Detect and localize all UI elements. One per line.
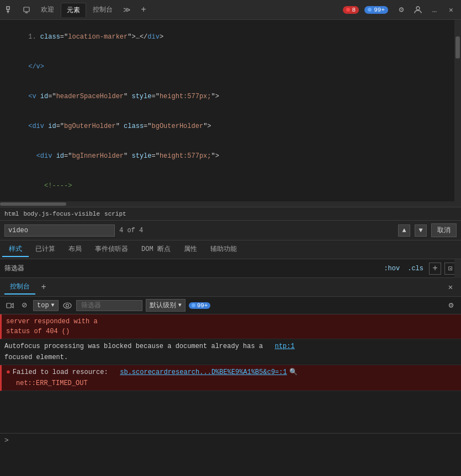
filter-hov-button[interactable]: :hov (381, 264, 402, 274)
breadcrumb-bar: html body.js-focus-visible script (0, 207, 461, 221)
svg-rect-4 (25, 12, 28, 13)
console-stop-icon[interactable]: ⊘ (19, 300, 30, 311)
user-icon[interactable] (410, 2, 426, 18)
message-badge[interactable]: 99+ (364, 6, 388, 14)
console-error-text-404: server responded with astatus of 404 () (6, 317, 98, 336)
console-tab-console[interactable]: 控制台 (4, 280, 35, 295)
console-message-autofocus: Autofocus processing was blocked because… (0, 339, 461, 365)
console-input-bar: > (0, 433, 461, 447)
console-autofocus-link[interactable]: ntp:1 (275, 341, 295, 351)
console-tab-bar: 控制台 + ✕ (0, 278, 461, 297)
dom-scrollbar-y-thumb (455, 36, 460, 58)
tab-welcome[interactable]: 欢迎 (35, 3, 60, 17)
error-badge[interactable]: 8 (343, 6, 359, 14)
console-gear-icon[interactable]: ⚙ (446, 300, 457, 311)
dropdown-arrow-icon: ▼ (51, 302, 55, 308)
dom-tree[interactable]: 1. class="location-marker">…</div> </v> … (0, 20, 461, 207)
console-toolbar: ⊘ top ▼ 默认级别 ▼ 99+ ⚙ (0, 297, 461, 314)
console-prompt: > (4, 436, 9, 445)
filter-bar: 筛选器 :hov .cls + ⊡ (0, 259, 461, 278)
top-tab-bar: 欢迎 元素 控制台 ≫ + 8 99+ ⚙ … ✕ (0, 0, 461, 20)
search-bar: 4 of 4 ▲ ▼ 取消 (0, 221, 461, 240)
filter-cls-button[interactable]: .cls (405, 264, 426, 274)
console-search-icon[interactable]: 🔍 (289, 367, 298, 377)
svg-rect-6 (7, 303, 11, 308)
dom-scrollbar-x-thumb (0, 202, 66, 206)
svg-rect-3 (24, 7, 29, 12)
console-filter-input[interactable] (76, 300, 142, 311)
console-autofocus-text2: focused element. (4, 352, 68, 362)
tab-dom-breakpoints[interactable]: DOM 断点 (135, 242, 177, 257)
console-panel: 控制台 + ✕ ⊘ top ▼ 默认级别 ▼ 99+ (0, 278, 461, 447)
more-tabs-icon[interactable]: ≫ (119, 2, 135, 18)
dom-tree-panel: 1. class="location-marker">…</div> </v> … (0, 20, 461, 207)
filter-add-button[interactable]: + (429, 263, 441, 275)
search-input[interactable] (4, 224, 115, 237)
tab-accessibility[interactable]: 辅助功能 (204, 242, 243, 257)
search-next-button[interactable]: ▼ (415, 224, 427, 237)
console-error-prefix: Failed to load resource: (13, 367, 120, 377)
dom-line: 1. class="location-marker">…</div> (0, 22, 461, 52)
svg-rect-0 (7, 7, 9, 9)
badge-dot (192, 303, 195, 307)
dom-scrollbar-x[interactable] (0, 201, 454, 207)
add-tab-icon[interactable]: + (136, 2, 151, 18)
tab-console[interactable]: 控制台 (87, 3, 118, 17)
breadcrumb-html[interactable]: html (4, 211, 19, 217)
close-devtools-icon[interactable]: ✕ (443, 2, 459, 18)
tab-elements[interactable]: 元素 (61, 3, 86, 17)
console-eye-icon[interactable] (62, 300, 73, 311)
console-message-count-badge[interactable]: 99+ (189, 302, 211, 309)
search-count: 4 of 4 (119, 227, 394, 234)
console-message-timeout: ● Failed to load resource: sb.scorecardr… (0, 365, 461, 391)
dom-line: </v> (0, 52, 461, 82)
svg-point-7 (63, 303, 71, 308)
dom-scrollbar-y[interactable] (454, 20, 461, 207)
breadcrumb-body[interactable]: body.js-focus-visible (23, 211, 100, 217)
settings-icon[interactable]: ⚙ (394, 2, 409, 18)
inspect-icon[interactable] (2, 2, 18, 18)
console-error-err-text: net::ERR_TIMED_OUT (16, 378, 88, 388)
search-prev-button[interactable]: ▲ (398, 224, 410, 237)
console-top-dropdown[interactable]: top ▼ (33, 300, 59, 311)
dom-line: <!----> (0, 171, 461, 201)
device-icon[interactable] (19, 2, 34, 18)
console-message-404: server responded with astatus of 404 () (0, 314, 461, 339)
message-dot (368, 8, 372, 12)
console-level-dropdown[interactable]: 默认级别 ▼ (146, 299, 186, 312)
search-cancel-button[interactable]: 取消 (431, 223, 457, 237)
tab-layout[interactable]: 布局 (62, 242, 88, 257)
tab-computed[interactable]: 已计算 (29, 242, 62, 257)
svg-point-8 (66, 304, 68, 307)
console-autofocus-text: Autofocus processing was blocked because… (4, 341, 275, 351)
dom-line: <div id="bgOuterHolder" class="bgOuterHo… (0, 111, 461, 141)
tab-styles[interactable]: 样式 (2, 242, 29, 257)
dom-line: <div id="bgInnerHolder" style="height:57… (0, 141, 461, 171)
console-close-button[interactable]: ✕ (444, 281, 457, 293)
ellipsis-icon[interactable]: … (427, 2, 442, 18)
console-error-resource-link[interactable]: sb.scorecardresearch...D%BE%E9%A1%B5&c9=… (120, 367, 287, 377)
svg-point-5 (416, 7, 420, 10)
style-tabs: 样式 已计算 布局 事件侦听器 DOM 断点 属性 辅助功能 (0, 240, 461, 259)
tab-event-listeners[interactable]: 事件侦听器 (88, 242, 135, 257)
console-input[interactable] (12, 437, 457, 445)
error-dot (346, 8, 350, 12)
tab-properties[interactable]: 属性 (177, 242, 204, 257)
console-error-icon: ● (6, 367, 10, 377)
filter-label: 筛选器 (4, 264, 24, 273)
level-dropdown-arrow-icon: ▼ (178, 302, 182, 308)
console-forward-icon[interactable] (4, 300, 15, 311)
filter-scrollbar-y[interactable] (454, 259, 461, 278)
console-messages: server responded with astatus of 404 () … (0, 314, 461, 433)
console-add-tab-button[interactable]: + (38, 281, 50, 293)
dom-line: <v id="headerSpaceHolder" style="height:… (0, 82, 461, 111)
breadcrumb-script[interactable]: script (104, 211, 126, 217)
